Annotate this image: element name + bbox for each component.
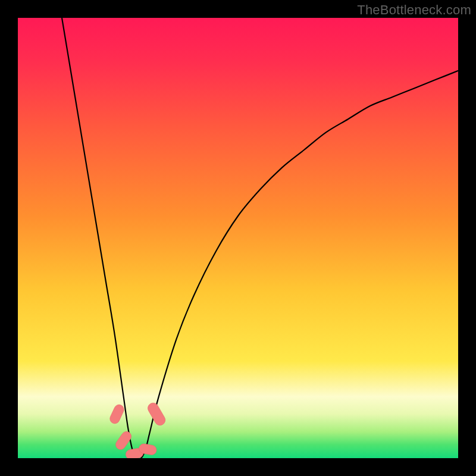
watermark-text: TheBottleneck.com xyxy=(357,2,471,18)
gradient-background xyxy=(18,18,458,458)
chart-svg xyxy=(18,18,458,458)
plot-area xyxy=(18,18,458,458)
chart-frame: TheBottleneck.com xyxy=(0,0,476,476)
